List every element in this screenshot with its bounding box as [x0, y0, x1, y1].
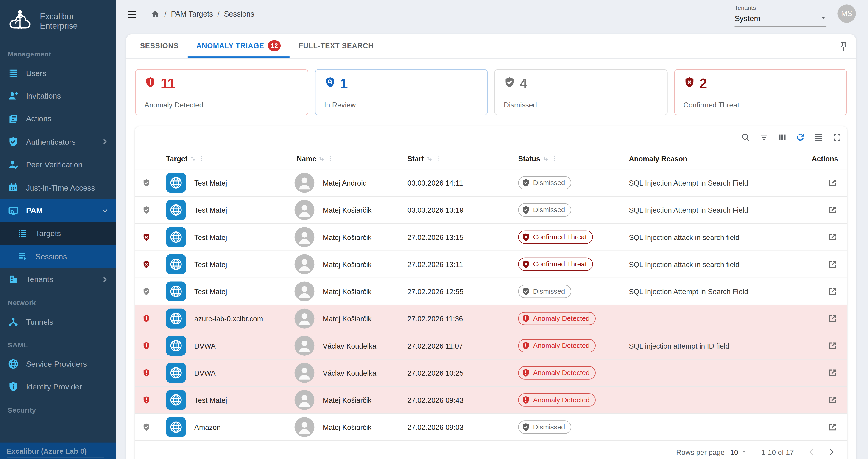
open-session-button[interactable]	[827, 395, 838, 405]
summary-card-in-review[interactable]: 1In Review	[315, 69, 488, 115]
status-label: Dismissed	[533, 206, 565, 214]
table-row[interactable]: AmazonMatej Košiarčik27.02.2026 09:03Dis…	[135, 414, 847, 441]
previous-page-icon[interactable]	[807, 448, 816, 457]
sidebar-item-tunnels[interactable]: Tunnels	[0, 310, 116, 333]
target-avatar	[166, 336, 186, 356]
anomaly-reason: SQL Injection attack in search field	[620, 260, 739, 268]
open-session-button[interactable]	[827, 231, 838, 242]
globe-icon	[169, 366, 183, 380]
fullscreen-button[interactable]	[830, 131, 844, 144]
columns-button[interactable]	[775, 131, 789, 144]
status-badge: Anomaly Detected	[518, 393, 596, 407]
open-in-new-icon	[827, 286, 838, 297]
sidebar-footer-tenant[interactable]: Excalibur (Azure Lab 0)	[0, 443, 116, 459]
home-icon[interactable]	[151, 9, 160, 19]
summary-card-confirmed-threat[interactable]: 2Confirmed Threat	[674, 69, 847, 115]
open-session-button[interactable]	[827, 259, 838, 270]
open-session-button[interactable]	[827, 340, 838, 351]
menu-icon[interactable]	[126, 8, 137, 20]
status-label: Dismissed	[533, 287, 565, 295]
session-user-name: Matej Košiarčik	[323, 396, 372, 404]
tab-sessions[interactable]: SESSIONS	[131, 34, 187, 58]
target-name: azure-lab-0.xclbr.com	[194, 314, 263, 323]
breadcrumb-sessions[interactable]: Sessions	[224, 10, 254, 18]
table-row[interactable]: Test MatejMatej Košiarčik27.02.2026 09:4…	[135, 387, 847, 414]
brand: Excalibur Enterprise	[0, 0, 116, 42]
session-user-name: Matej Košiarčik	[323, 423, 372, 431]
status-badge: Confirmed Threat	[518, 231, 593, 244]
column-menu-start[interactable]	[434, 155, 441, 162]
status-badge: Dismissed	[518, 285, 571, 298]
table-row[interactable]: DVWAVáclav Koudelka27.02.2026 10:25Anoma…	[135, 360, 847, 387]
sidebar-item-label: Identity Provider	[26, 382, 82, 392]
target-name: Test Matej	[194, 287, 227, 295]
summary-card-anomaly-detected[interactable]: 11Anomaly Detected	[135, 69, 308, 115]
tab-full-text-search[interactable]: FULL-TEXT SEARCH	[290, 34, 383, 58]
tenants-select-value: System	[735, 13, 761, 23]
summary-card-dismissed[interactable]: 4Dismissed	[494, 69, 667, 115]
globe-icon	[169, 176, 183, 190]
user-avatar	[294, 336, 315, 356]
table-row[interactable]: Test MatejMatej Košiarčik27.02.2026 13:1…	[135, 251, 847, 278]
column-header-status[interactable]: Status	[509, 154, 620, 163]
person-icon	[295, 336, 314, 355]
table-row[interactable]: Test MatejMatej Košiarčik03.03.2026 13:1…	[135, 197, 847, 224]
column-menu-status[interactable]	[551, 155, 558, 162]
status-badge: Anomaly Detected	[518, 312, 596, 325]
breadcrumb: /PAM Targets/Sessions	[151, 9, 254, 19]
status-anomaly-icon	[522, 314, 530, 323]
excalibur-logo-icon	[8, 8, 33, 34]
session-start: 03.03.2026 13:19	[399, 206, 464, 214]
open-session-button[interactable]	[827, 367, 838, 378]
table-row[interactable]: DVWAVáclav Koudelka27.02.2026 11:07Anoma…	[135, 333, 847, 360]
column-menu-name[interactable]	[327, 155, 334, 162]
column-header-name[interactable]: Name	[288, 154, 399, 163]
table-row[interactable]: Test MatejMatej Android03.03.2026 14:11D…	[135, 169, 847, 197]
column-header-target[interactable]: Target	[157, 154, 288, 163]
user-avatar-initials: MS	[841, 9, 852, 18]
table-row[interactable]: Test MatejMatej Košiarčik27.02.2026 13:1…	[135, 224, 847, 251]
search-button[interactable]	[738, 131, 752, 144]
refresh-button[interactable]	[793, 131, 807, 144]
open-session-button[interactable]	[827, 177, 838, 188]
user-avatar[interactable]: MS	[837, 4, 856, 23]
sidebar-item-sessions[interactable]: Sessions	[0, 245, 116, 268]
rows-per-page-select[interactable]: 10	[730, 448, 747, 456]
table-row[interactable]: Test MatejMatej Košiarčik27.02.2026 12:5…	[135, 278, 847, 305]
open-session-button[interactable]	[827, 422, 838, 433]
sidebar-item-authenticators[interactable]: Authenticators	[0, 130, 116, 153]
sidebar-item-tenants[interactable]: Tenants	[0, 268, 116, 291]
open-session-button[interactable]	[827, 286, 838, 297]
sidebar-item-actions[interactable]: Actions	[0, 108, 116, 131]
sidebar-item-targets[interactable]: Targets	[0, 222, 116, 245]
severity-dismissed-icon	[142, 422, 150, 432]
tab-anomaly-triage[interactable]: ANOMALY TRIAGE12	[187, 34, 290, 58]
column-header-start[interactable]: Start	[399, 154, 509, 163]
sidebar-item-peer-verification[interactable]: Peer Verification	[0, 153, 116, 176]
table-row[interactable]: azure-lab-0.xclbr.comMatej Košiarčik27.0…	[135, 305, 847, 332]
open-session-button[interactable]	[827, 313, 838, 324]
next-page-icon[interactable]	[827, 448, 836, 457]
open-session-button[interactable]	[827, 204, 838, 216]
sidebar-item-just-in-time-access[interactable]: Just-in-Time Access	[0, 176, 116, 199]
filter-button[interactable]	[757, 131, 771, 144]
row-severity	[135, 341, 157, 351]
sidebar-item-service-providers[interactable]: Service Providers	[0, 352, 116, 375]
targets-icon	[17, 228, 28, 239]
status-badge: Dismissed	[518, 203, 571, 217]
sidebar-item-identity-provider[interactable]: Identity Provider	[0, 375, 116, 398]
breadcrumb-pam-targets[interactable]: PAM Targets	[171, 10, 213, 18]
brand-name: Excalibur Enterprise	[40, 12, 108, 31]
target-avatar	[166, 173, 186, 193]
sidebar-item-invitations[interactable]: Invitations	[0, 85, 116, 108]
sidebar-item-users[interactable]: Users	[0, 61, 116, 85]
caret-down-icon	[820, 15, 827, 21]
pin-icon[interactable]	[838, 41, 849, 52]
density-button[interactable]	[811, 131, 825, 144]
target-avatar	[166, 390, 186, 410]
sidebar-item-label: PAM	[26, 206, 43, 215]
column-menu-target[interactable]	[198, 155, 205, 162]
tenants-select[interactable]: Tenants System	[735, 2, 827, 26]
sidebar-item-pam[interactable]: PAM	[0, 199, 116, 222]
sidebar-item-label: Invitations	[26, 91, 61, 101]
